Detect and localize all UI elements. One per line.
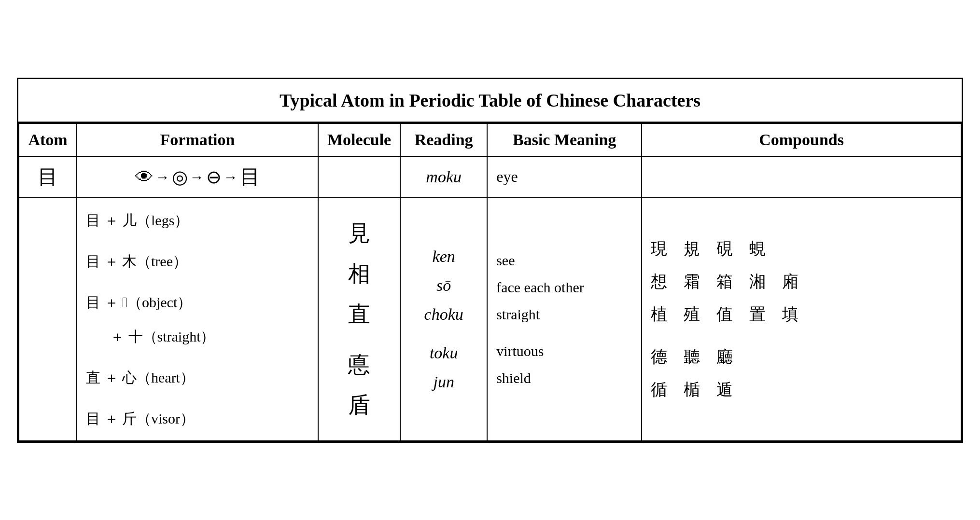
eye-icon-2: ◎ xyxy=(172,166,188,188)
meaning-5: shield xyxy=(496,370,632,386)
eye-atom-row: 目 👁 → ◎ → ⊖ → 目 moku eye xyxy=(19,156,961,198)
main-meaning-cell: see face each other straight virtuous sh… xyxy=(487,198,642,441)
formation-line-3b: ＋ 十（straight） xyxy=(86,321,309,352)
eye-char-final: 目 xyxy=(240,164,260,191)
compounds-2: 想 霜 箱 湘 廂 xyxy=(651,271,952,293)
compounds-5: 循 楯 遁 xyxy=(651,379,952,401)
reading-3: choku xyxy=(409,305,478,324)
header-molecule: Molecule xyxy=(318,123,400,156)
arrow-1: → xyxy=(155,169,170,185)
formation-text-4: 直 ＋ 心（heart） xyxy=(86,369,195,385)
main-compounds-cell: 現 規 硯 蜆 想 霜 箱 湘 廂 植 殖 值 置 填 德 聽 廳 循 楯 遁 xyxy=(642,198,961,441)
table-title: Typical Atom in Periodic Table of Chines… xyxy=(18,79,962,123)
main-table-wrapper: Typical Atom in Periodic Table of Chines… xyxy=(17,78,963,443)
header-meaning: Basic Meaning xyxy=(487,123,642,156)
arrow-2: → xyxy=(190,169,204,185)
formation-text-2: 目 ＋ 木（tree） xyxy=(86,253,187,269)
arrow-3: → xyxy=(224,169,238,185)
meaning-2: face each other xyxy=(496,279,632,296)
formation-text-5: 目 ＋ 斤（visor） xyxy=(86,411,195,426)
header-compounds: Compounds xyxy=(642,123,961,156)
molecule-4: 悳 xyxy=(327,350,391,380)
main-atom-cell xyxy=(19,198,77,441)
formation-text-3a: 目 ＋ 𠃊（object） xyxy=(86,294,192,310)
molecule-2: 相 xyxy=(327,259,391,289)
main-table: Atom Formation Molecule Reading Basic Me… xyxy=(18,123,962,441)
formation-line-4: 直 ＋ 心（heart） xyxy=(86,362,309,393)
main-data-row: 目 ＋ 儿（legs） 目 ＋ 木（tree） 目 ＋ 𠃊（object） ＋ … xyxy=(19,198,961,441)
molecule-3: 直 xyxy=(327,300,391,329)
formation-text-1: 目 ＋ 儿（legs） xyxy=(86,212,189,228)
reading-5: jun xyxy=(409,373,478,391)
eye-reading: moku xyxy=(400,156,487,198)
molecule-1: 見 xyxy=(327,219,391,248)
reading-4: toku xyxy=(409,344,478,362)
formation-line-3: 目 ＋ 𠃊（object） xyxy=(86,287,309,317)
reading-2: sō xyxy=(409,276,478,295)
compounds-3: 植 殖 值 置 填 xyxy=(651,303,952,326)
formation-line-1: 目 ＋ 儿（legs） xyxy=(86,205,309,235)
eye-formation-cell: 👁 → ◎ → ⊖ → 目 xyxy=(77,156,318,198)
eye-icon-1: 👁 xyxy=(135,166,154,188)
reading-1: ken xyxy=(409,247,478,266)
main-molecule-cell: 見 相 直 悳 盾 xyxy=(318,198,400,441)
header-row: Atom Formation Molecule Reading Basic Me… xyxy=(19,123,961,156)
header-formation: Formation xyxy=(77,123,318,156)
meaning-1: see xyxy=(496,252,632,269)
header-atom: Atom xyxy=(19,123,77,156)
main-reading-cell: ken sō choku toku jun xyxy=(400,198,487,441)
formation-text-3b: ＋ 十（straight） xyxy=(110,328,215,344)
meaning-3: straight xyxy=(496,306,632,323)
eye-formation-diagram: 👁 → ◎ → ⊖ → 目 xyxy=(86,164,309,191)
main-formation-cell: 目 ＋ 儿（legs） 目 ＋ 木（tree） 目 ＋ 𠃊（object） ＋ … xyxy=(77,198,318,441)
header-reading: Reading xyxy=(400,123,487,156)
compounds-4: 德 聽 廳 xyxy=(651,346,952,368)
compounds-1: 現 規 硯 蜆 xyxy=(651,238,952,260)
eye-meaning: eye xyxy=(487,156,642,198)
eye-icon-3: ⊖ xyxy=(206,166,222,188)
meaning-4: virtuous xyxy=(496,343,632,359)
eye-molecule xyxy=(318,156,400,198)
formation-line-5: 目 ＋ 斤（visor） xyxy=(86,403,309,434)
eye-compounds xyxy=(642,156,961,198)
eye-atom-char: 目 xyxy=(19,156,77,198)
molecule-5: 盾 xyxy=(327,390,391,420)
formation-line-2: 目 ＋ 木（tree） xyxy=(86,246,309,276)
